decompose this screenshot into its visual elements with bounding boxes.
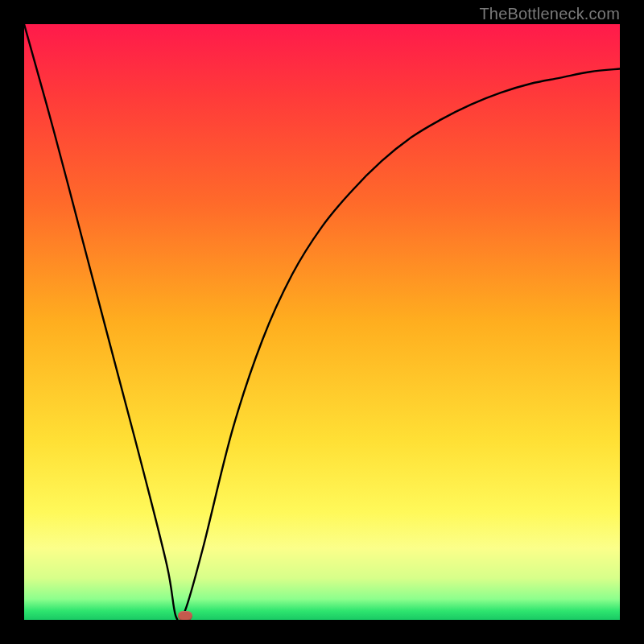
chart-frame: TheBottleneck.com [0, 0, 644, 644]
watermark-text: TheBottleneck.com [479, 5, 620, 23]
bottleneck-curve [24, 24, 620, 620]
plot-area [24, 24, 620, 620]
current-point-marker [178, 611, 192, 620]
